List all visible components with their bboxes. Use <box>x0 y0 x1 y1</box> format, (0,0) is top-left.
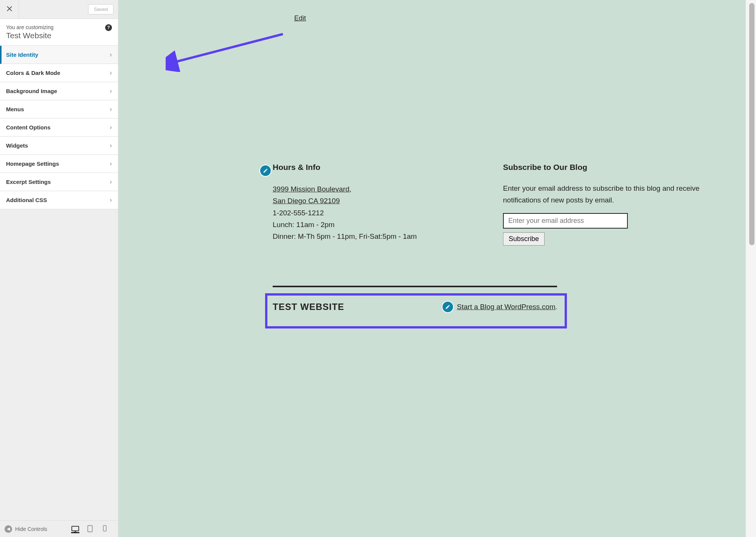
menu-item-excerpt[interactable]: Excerpt Settings › <box>0 173 118 191</box>
menu-item-colors[interactable]: Colors & Dark Mode › <box>0 64 118 82</box>
footer-divider <box>273 286 557 287</box>
menu-item-css[interactable]: Additional CSS › <box>0 191 118 209</box>
menu-item-label: Content Options <box>6 124 50 131</box>
preview-area: Edit Hours & Info 3999 Mission Boulevard… <box>118 0 756 537</box>
widget-content: 3999 Mission Boulevard, San Diego CA 921… <box>273 183 488 243</box>
chevron-right-icon: › <box>110 105 112 113</box>
footer-bar: TEST WEBSITE Start a Blog at WordPress.c… <box>273 301 557 313</box>
chevron-right-icon: › <box>110 123 112 131</box>
menu-item-menus[interactable]: Menus › <box>0 100 118 118</box>
subscribe-button[interactable]: Subscribe <box>503 232 545 246</box>
customizer-sidebar: Saved You are customizing Test Website ?… <box>0 0 118 537</box>
desktop-icon[interactable] <box>71 525 79 533</box>
customizing-block: You are customizing Test Website ? <box>0 19 118 46</box>
svg-rect-2 <box>103 525 106 531</box>
menu-item-label: Menus <box>6 106 24 112</box>
menu-item-label: Widgets <box>6 142 28 149</box>
edit-link[interactable]: Edit <box>294 14 306 22</box>
svg-rect-0 <box>72 526 79 531</box>
menu-item-background[interactable]: Background Image › <box>0 82 118 100</box>
chevron-right-icon: › <box>110 51 112 59</box>
dinner-hours: Dinner: M-Th 5pm - 11pm, Fri-Sat:5pm - 1… <box>273 230 488 242</box>
wp-credit: Start a Blog at WordPress.com. <box>442 301 557 313</box>
subscribe-widget: Subscribe to Our Blog Enter your email a… <box>503 163 718 246</box>
widget-title: Subscribe to Our Blog <box>503 163 718 172</box>
svg-line-4 <box>173 34 283 62</box>
subscribe-description: Enter your email address to subscribe to… <box>503 182 718 206</box>
widget-title: Hours & Info <box>273 163 488 172</box>
menu-item-label: Homepage Settings <box>6 160 59 167</box>
hide-controls-label: Hide Controls <box>15 526 47 532</box>
edit-footer-icon[interactable] <box>442 301 454 313</box>
chevron-right-icon: › <box>110 196 112 204</box>
menu-item-site-identity[interactable]: Site Identity › <box>0 46 118 64</box>
menu-item-label: Excerpt Settings <box>6 179 51 185</box>
tablet-icon[interactable] <box>86 525 95 533</box>
edit-widget-icon[interactable] <box>259 165 272 177</box>
lunch-hours: Lunch: 11am - 2pm <box>273 219 488 230</box>
sidebar-header: Saved <box>0 0 118 19</box>
chevron-right-icon: › <box>110 178 112 186</box>
scrollbar[interactable] <box>745 0 756 537</box>
menu-item-homepage[interactable]: Homepage Settings › <box>0 155 118 173</box>
close-button[interactable] <box>0 0 19 19</box>
hide-controls-button[interactable]: ◀ Hide Controls <box>5 525 47 533</box>
customizing-label: You are customizing <box>6 24 112 30</box>
address-line1[interactable]: 3999 Mission Boulevard, <box>273 183 488 195</box>
chevron-right-icon: › <box>110 69 112 77</box>
menu-item-label: Site Identity <box>6 51 38 58</box>
address-line2[interactable]: San Diego CA 92109 <box>273 195 488 207</box>
footer-site-title[interactable]: TEST WEBSITE <box>273 302 344 312</box>
chevron-right-icon: › <box>110 160 112 168</box>
collapse-icon: ◀ <box>5 525 12 533</box>
saved-button: Saved <box>88 4 113 14</box>
wp-link-suffix: . <box>556 304 557 310</box>
menu-item-label: Colors & Dark Mode <box>6 70 60 76</box>
hours-widget: Hours & Info 3999 Mission Boulevard, San… <box>273 163 488 246</box>
mobile-icon[interactable] <box>101 525 110 533</box>
wp-link[interactable]: Start a Blog at WordPress.com <box>457 303 555 311</box>
email-input[interactable] <box>503 213 628 229</box>
scroll-thumb[interactable] <box>749 3 754 245</box>
sidebar-footer: ◀ Hide Controls <box>0 520 118 537</box>
chevron-right-icon: › <box>110 142 112 149</box>
device-icons <box>71 525 110 533</box>
chevron-right-icon: › <box>110 87 112 95</box>
phone: 1-202-555-1212 <box>273 207 488 219</box>
footer-widgets: Hours & Info 3999 Mission Boulevard, San… <box>273 163 718 246</box>
arrow-annotation <box>166 30 287 72</box>
help-icon[interactable]: ? <box>105 24 112 31</box>
close-icon <box>6 5 12 14</box>
menu-item-label: Background Image <box>6 88 57 94</box>
menu-item-widgets[interactable]: Widgets › <box>0 137 118 155</box>
svg-rect-1 <box>88 525 92 532</box>
menu-list: Site Identity › Colors & Dark Mode › Bac… <box>0 46 118 520</box>
site-name: Test Website <box>6 31 112 40</box>
menu-item-label: Additional CSS <box>6 197 47 203</box>
menu-item-content-options[interactable]: Content Options › <box>0 118 118 137</box>
